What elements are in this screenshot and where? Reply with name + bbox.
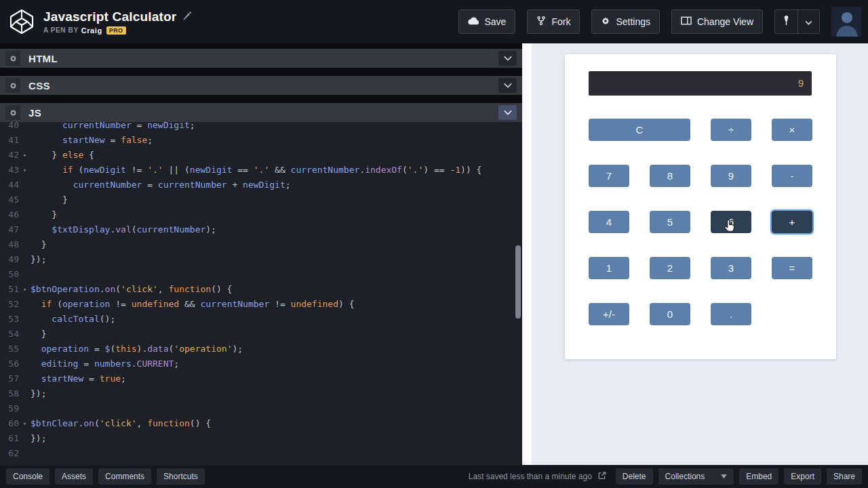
saved-status: Last saved less than a minute ago [469, 471, 606, 482]
code-line[interactable]: 56 editing = numbers.CURRENT; [0, 357, 522, 371]
calc-button-plusminus[interactable]: +/- [589, 303, 629, 325]
calc-button-multiply[interactable]: × [772, 119, 812, 141]
export-button[interactable]: Export [784, 468, 821, 485]
avatar[interactable] [831, 7, 861, 37]
fold-marker-icon[interactable]: ▾ [19, 148, 31, 163]
code-line[interactable]: 45 } [0, 192, 522, 207]
calc-button-8[interactable]: 8 [650, 165, 690, 187]
line-number: 57 [0, 371, 19, 386]
code-line[interactable]: 61}); [0, 431, 522, 446]
code-line[interactable]: 55 operation = $(this).data('operation')… [0, 342, 522, 357]
codepen-logo-icon[interactable] [8, 8, 35, 35]
fold-spacer [19, 192, 31, 207]
calc-button-5[interactable]: 5 [650, 211, 690, 233]
code-line[interactable]: 54 } [0, 327, 522, 342]
fold-marker-icon[interactable]: ▾ [19, 163, 31, 178]
code-line[interactable]: 51▾$btnOperation.on('click', function() … [0, 282, 522, 297]
code-line[interactable]: 46 } [0, 207, 522, 222]
js-editor-header[interactable]: JS [0, 103, 522, 122]
line-number: 51 [0, 282, 19, 297]
code-line[interactable]: 42▾ } else { [0, 148, 522, 163]
js-code-editor[interactable]: 40 currentNumber = newDigit;41 startNew … [0, 122, 522, 465]
calc-button-6[interactable]: 6 [711, 211, 751, 233]
pin-button[interactable] [775, 10, 797, 33]
code-line[interactable]: 43▾ if (newDigit != '.' || (newDigit == … [0, 163, 522, 178]
code-line[interactable]: 47 $txtDisplay.val(currentNumber); [0, 222, 522, 237]
calc-button-decimal[interactable]: . [711, 303, 751, 325]
external-link-icon[interactable] [597, 471, 606, 482]
layout-view-icon [681, 16, 692, 27]
author-link[interactable]: Craig [81, 26, 102, 35]
js-gear-icon[interactable] [5, 105, 20, 120]
calc-button-clear[interactable]: C [589, 119, 690, 141]
code-line[interactable]: 58}); [0, 386, 522, 401]
panel-resize-gutter[interactable] [522, 43, 532, 465]
pro-badge: PRO [106, 26, 126, 35]
fold-spacer [19, 133, 31, 148]
calc-button-add[interactable]: + [772, 211, 812, 233]
console-button[interactable]: Console [6, 468, 50, 485]
code-line[interactable]: 59 [0, 401, 522, 416]
calc-button-1[interactable]: 1 [589, 257, 629, 279]
comments-button[interactable]: Comments [98, 468, 151, 485]
html-editor-header[interactable]: HTML [0, 49, 522, 68]
fold-spacer [19, 267, 31, 282]
html-gear-icon[interactable] [5, 51, 20, 66]
pin-dropdown-button[interactable] [797, 10, 819, 33]
calculator-display[interactable]: 9 [589, 71, 812, 96]
fork-button[interactable]: Fork [527, 9, 580, 34]
fold-marker-icon[interactable]: ▾ [19, 416, 31, 431]
calc-button-0[interactable]: 0 [650, 303, 690, 325]
code-line[interactable]: 50 [0, 267, 522, 282]
collections-label: Collections [665, 472, 705, 481]
code-line[interactable]: 62 [0, 446, 522, 461]
chevron-down-icon [805, 16, 812, 28]
code-line[interactable]: 52 if (operation != undefined && current… [0, 297, 522, 312]
code-line[interactable]: 48 } [0, 237, 522, 252]
shortcuts-button[interactable]: Shortcuts [157, 468, 205, 485]
code-line[interactable]: 40 currentNumber = newDigit; [0, 122, 522, 133]
fork-label: Fork [551, 16, 570, 27]
settings-button[interactable]: Settings [591, 9, 660, 34]
editor-scrollbar-thumb[interactable] [515, 245, 521, 319]
line-number: 45 [0, 192, 19, 207]
calc-button-divide[interactable]: ÷ [711, 119, 751, 141]
code-line[interactable]: 53 calcTotal(); [0, 312, 522, 327]
js-collapse-chevron-icon[interactable] [498, 105, 517, 120]
code-line[interactable]: 49}); [0, 252, 522, 267]
delete-button[interactable]: Delete [616, 468, 653, 485]
calc-button-7[interactable]: 7 [589, 165, 629, 187]
edit-pencil-icon[interactable] [182, 11, 192, 23]
line-number: 48 [0, 237, 19, 252]
line-number: 46 [0, 207, 19, 222]
line-number: 52 [0, 297, 19, 312]
code-line[interactable]: 60▾$btnClear.on('click', function() { [0, 416, 522, 431]
line-number: 47 [0, 222, 19, 237]
calc-button-subtract[interactable]: - [772, 165, 812, 187]
embed-button[interactable]: Embed [739, 468, 778, 485]
calc-button-9[interactable]: 9 [711, 165, 751, 187]
collections-dropdown[interactable]: Collections [658, 468, 734, 485]
share-button[interactable]: Share [827, 468, 862, 485]
top-bar: Javascript Calculator A PEN BY Craig PRO… [0, 0, 868, 43]
html-collapse-chevron-icon[interactable] [498, 51, 517, 66]
assets-button[interactable]: Assets [55, 468, 93, 485]
fold-spacer [19, 252, 31, 267]
css-gear-icon[interactable] [5, 78, 20, 93]
css-editor-header[interactable]: CSS [0, 76, 522, 95]
css-collapse-chevron-icon[interactable] [498, 78, 517, 93]
calc-button-3[interactable]: 3 [711, 257, 751, 279]
calc-button-grid: C÷×789-456+123=+/-0. [589, 119, 812, 325]
code-line[interactable]: 44 currentNumber = currentNumber + newDi… [0, 178, 522, 192]
change-view-button[interactable]: Change View [671, 9, 763, 34]
code-line[interactable]: 41 startNew = false; [0, 133, 522, 148]
preview-pane: 9 C÷×789-456+123=+/-0. [532, 43, 868, 465]
code-line[interactable]: 57 startNew = true; [0, 371, 522, 386]
calc-button-4[interactable]: 4 [589, 211, 629, 233]
fold-marker-icon[interactable]: ▾ [19, 282, 31, 297]
line-number: 40 [0, 122, 19, 133]
save-button[interactable]: Save [458, 9, 515, 34]
calc-button-equals[interactable]: = [772, 257, 812, 279]
editor-panel: HTML CSS JS 40 currentNumber [0, 43, 522, 465]
calc-button-2[interactable]: 2 [650, 257, 690, 279]
